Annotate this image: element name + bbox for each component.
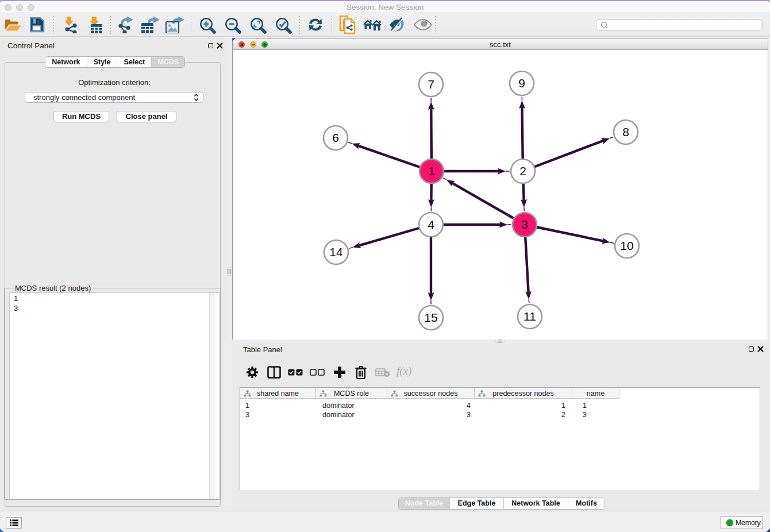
svg-text:2: 2 [519,164,526,178]
svg-text:8: 8 [622,125,629,138]
svg-text:3: 3 [521,218,528,231]
svg-text:11: 11 [523,310,536,323]
svg-text:6: 6 [332,131,339,144]
svg-text:7: 7 [428,78,434,91]
svg-text:1: 1 [428,164,435,178]
svg-text:9: 9 [518,76,525,90]
svg-text:10: 10 [620,239,633,252]
svg-text:14: 14 [329,245,343,259]
svg-text:4: 4 [428,218,434,231]
svg-text:15: 15 [424,311,437,324]
